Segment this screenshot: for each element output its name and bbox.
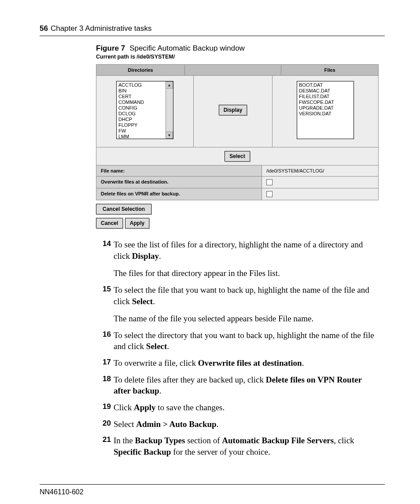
chapter-title: Chapter 3 Administrative tasks: [51, 24, 152, 33]
files-header: Files: [281, 65, 378, 75]
filename-value: /ide0/SYSTEM/ACCTLOG/: [262, 166, 378, 176]
step-bold: Admin > Auto Backup: [136, 419, 216, 429]
display-button[interactable]: Display: [219, 105, 247, 115]
apply-button[interactable]: Apply: [125, 218, 149, 228]
step-bold: Overwrite files at destination: [198, 358, 302, 368]
step-21: 21 In the Backup Types section of Automa…: [96, 435, 380, 457]
figure-title: Specific Automatic Backup window: [129, 44, 245, 52]
step-text: to save the changes.: [156, 403, 225, 412]
file-item[interactable]: FWSCOPE.DAT: [299, 99, 352, 105]
step-text: To overwrite a file, click: [114, 358, 198, 368]
dir-item[interactable]: DHCP: [118, 117, 164, 122]
step-number: 15: [96, 284, 114, 324]
step-text: .: [159, 386, 162, 395]
header-rule: [40, 36, 385, 36]
step-14: 14 To see the list of files for a direct…: [96, 239, 380, 279]
step-text: section of: [185, 436, 222, 445]
step-bold: Select: [146, 342, 167, 351]
overwrite-checkbox[interactable]: [266, 179, 273, 185]
step-number: 14: [96, 239, 114, 279]
backup-panel: Directories Files ACCTLOG BIN CERT COMMA…: [96, 64, 379, 200]
step-bold: Display: [132, 251, 159, 261]
dir-item[interactable]: COMMAND: [118, 99, 164, 105]
step-17: 17 To overwrite a file, click Overwrite …: [96, 357, 380, 369]
step-bold: Select: [132, 297, 153, 306]
scrollbar[interactable]: ▲ ▼: [166, 81, 173, 139]
step-19: 19 Click Apply to save the changes.: [96, 402, 380, 413]
figure-caption: Figure 7Specific Automatic Backup window: [96, 44, 380, 53]
step-bold: Specific Backup: [114, 447, 171, 456]
document-id: NN46110-602: [40, 488, 385, 496]
file-item[interactable]: BOOT.DAT: [299, 82, 352, 88]
step-20: 20 Select Admin > Auto Backup.: [96, 419, 380, 430]
dir-item[interactable]: ACCTLOG: [118, 82, 164, 88]
delete-checkbox[interactable]: [266, 191, 273, 197]
step-number: 20: [96, 419, 114, 430]
step-text: , click: [334, 436, 354, 445]
step-text: In the: [114, 436, 135, 445]
overwrite-label: Overwrite files at destination.: [96, 177, 262, 188]
middle-header: [185, 65, 281, 75]
file-item[interactable]: FILELIST.DAT: [299, 94, 352, 99]
dir-item[interactable]: CONFIG: [118, 105, 164, 111]
dir-item[interactable]: DCLOG: [118, 111, 164, 117]
step-text: for the server of your choice.: [171, 447, 270, 456]
step-text: The name of the file you selected appear…: [114, 313, 380, 324]
file-item[interactable]: UPGRADE.DAT: [299, 105, 352, 111]
step-text: The files for that directory appear in t…: [114, 268, 380, 279]
step-bold: Automatic Backup File Servers: [222, 436, 334, 445]
step-text: .: [159, 251, 161, 261]
directories-listbox[interactable]: ACCTLOG BIN CERT COMMAND CONFIG DCLOG DH…: [116, 81, 173, 139]
cancel-selection-button[interactable]: Cancel Selection: [96, 204, 151, 214]
step-bold: Apply: [134, 403, 156, 412]
step-text: Select: [114, 419, 136, 429]
step-text: .: [302, 358, 304, 368]
select-button[interactable]: Select: [225, 151, 250, 162]
step-bold: Backup Types: [135, 436, 185, 445]
step-number: 17: [96, 357, 114, 369]
scroll-down-icon[interactable]: ▼: [166, 132, 173, 139]
step-number: 16: [96, 330, 114, 352]
step-text: .: [153, 297, 155, 306]
step-text: .: [167, 342, 169, 351]
step-number: 21: [96, 435, 114, 457]
step-18: 18 To delete files after they are backed…: [96, 374, 380, 397]
step-number: 19: [96, 402, 114, 413]
dir-item[interactable]: LMM: [118, 134, 164, 139]
dir-item[interactable]: CERT: [118, 94, 164, 99]
directories-header: Directories: [96, 65, 185, 75]
file-item[interactable]: VERSION.DAT: [299, 111, 352, 117]
step-text: To delete files after they are backed up…: [114, 375, 266, 384]
current-path: Current path is /ide0/SYSTEM/: [96, 54, 380, 60]
scroll-up-icon[interactable]: ▲: [166, 81, 173, 88]
step-15: 15 To select the file that you want to b…: [96, 284, 380, 324]
page-number: 56: [40, 24, 48, 33]
step-text: Click: [114, 403, 134, 412]
footer-rule: [40, 484, 385, 485]
figure-label: Figure 7: [96, 44, 125, 52]
scroll-track[interactable]: [166, 88, 173, 132]
step-text: .: [217, 419, 219, 429]
file-item[interactable]: DESMAC.DAT: [299, 88, 352, 94]
cancel-button[interactable]: Cancel: [96, 218, 123, 228]
dir-item[interactable]: BIN: [118, 88, 164, 94]
dir-item[interactable]: FLOPPY: [118, 122, 164, 128]
filename-label: File name:: [96, 166, 262, 176]
step-16: 16 To select the directory that you want…: [96, 330, 380, 352]
step-number: 18: [96, 374, 114, 397]
delete-label: Delete files on VPNR after backup.: [96, 188, 262, 200]
dir-item[interactable]: FW: [118, 128, 164, 134]
files-listbox[interactable]: BOOT.DAT DESMAC.DAT FILELIST.DAT FWSCOPE…: [297, 81, 354, 139]
page-header: 56 Chapter 3 Administrative tasks: [40, 24, 385, 33]
